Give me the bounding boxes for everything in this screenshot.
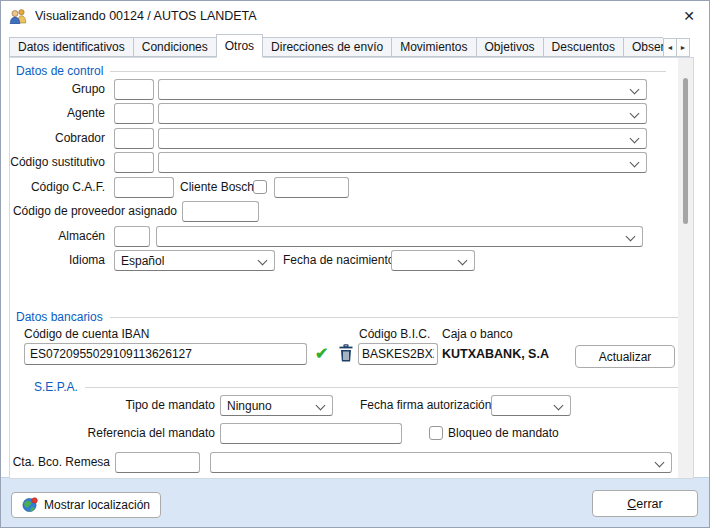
globe-location-icon xyxy=(22,497,38,513)
fecha-firma-combobox[interactable] xyxy=(491,395,571,416)
caja-banco-label: Caja o banco xyxy=(442,324,532,345)
chevron-down-icon xyxy=(458,256,468,266)
group-divider xyxy=(110,71,666,72)
cta-bco-remesa-combobox[interactable] xyxy=(210,452,672,473)
codigo-proveedor-label: Código de proveedor asignado xyxy=(10,201,177,222)
iban-label: Código de cuenta IBAN xyxy=(24,324,204,345)
iban-input[interactable] xyxy=(24,343,307,365)
referencia-mandato-input[interactable] xyxy=(220,423,402,444)
datos-de-control-group-header: Datos de control xyxy=(16,64,666,78)
codigo-caf-label: Código C.A.F. xyxy=(10,177,105,198)
codigo-caf-input[interactable] xyxy=(114,177,174,198)
chevron-down-icon xyxy=(630,158,640,168)
grupo-combobox[interactable] xyxy=(158,79,647,100)
tab-condiciones[interactable]: Condiciones xyxy=(133,37,217,57)
contacts-icon xyxy=(9,8,28,24)
cliente-bosch-code-input[interactable] xyxy=(274,177,349,198)
tab-bar: Datos identificativos Condiciones Otros … xyxy=(9,34,663,58)
almacen-combobox[interactable] xyxy=(156,226,643,247)
agente-code-input[interactable] xyxy=(114,103,154,124)
fecha-firma-label: Fecha firma autorización xyxy=(360,395,488,416)
tab-scroll-left-icon[interactable]: ◄ xyxy=(663,38,677,57)
tab-scroll-right-icon[interactable]: ► xyxy=(676,38,690,57)
idioma-combobox[interactable]: Español xyxy=(114,250,275,271)
group-divider xyxy=(85,387,688,388)
mostrar-localizacion-button[interactable]: Mostrar localización xyxy=(11,492,161,518)
grupo-code-input[interactable] xyxy=(114,79,154,100)
bic-label: Código B.I.C. xyxy=(359,324,449,345)
cobrador-code-input[interactable] xyxy=(114,128,154,149)
cobrador-combobox[interactable] xyxy=(158,128,647,149)
chevron-down-icon xyxy=(630,134,640,144)
vertical-scrollbar[interactable] xyxy=(678,58,693,478)
window-title: Visualizando 00124 / AUTOS LANDETA xyxy=(35,9,257,23)
sepa-title: S.E.P.A. xyxy=(34,380,78,394)
agente-label: Agente xyxy=(10,103,105,124)
codigo-sustitutivo-code-input[interactable] xyxy=(114,152,154,173)
tab-datos-identificativos[interactable]: Datos identificativos xyxy=(9,37,134,57)
bloqueo-mandato-label: Bloqueo de mandato xyxy=(448,423,573,444)
banco-name-value: KUTXABANK, S.A xyxy=(442,347,549,361)
cliente-bosch-checkbox[interactable] xyxy=(253,180,267,194)
chevron-down-icon xyxy=(630,109,640,119)
cta-bco-remesa-input[interactable] xyxy=(115,452,200,473)
grupo-label: Grupo xyxy=(10,79,105,100)
sepa-group-header: S.E.P.A. xyxy=(34,380,688,394)
content-panel: Datos de control Grupo Agente Cobrador C… xyxy=(9,57,694,479)
dialog-window: Visualizando 00124 / AUTOS LANDETA ✕ Dat… xyxy=(0,0,710,528)
chevron-down-icon xyxy=(630,85,640,95)
datos-bancarios-title: Datos bancarios xyxy=(16,310,103,324)
cliente-bosch-label: Cliente Bosch xyxy=(180,177,246,198)
tab-observaciones[interactable]: Observaciones xyxy=(623,37,663,57)
codigo-proveedor-input[interactable] xyxy=(182,201,259,222)
tab-movimientos[interactable]: Movimientos xyxy=(391,37,476,57)
referencia-mandato-label: Referencia del mandato xyxy=(10,423,215,444)
codigo-sustitutivo-label: Código sustitutivo xyxy=(10,152,105,173)
cerrar-label: Cerrar xyxy=(593,497,697,511)
title-bar: Visualizando 00124 / AUTOS LANDETA ✕ xyxy=(1,1,709,31)
fecha-nacimiento-label: Fecha de nacimiento xyxy=(283,250,389,271)
tab-otros[interactable]: Otros xyxy=(216,34,263,58)
chevron-down-icon xyxy=(655,458,665,468)
iban-valid-check-icon: ✔ xyxy=(315,344,328,364)
chevron-down-icon xyxy=(626,232,636,242)
cerrar-button[interactable]: Cerrar xyxy=(592,490,698,517)
tipo-mandato-combobox[interactable]: Ninguno xyxy=(220,395,333,416)
tab-direcciones-envio[interactable]: Direcciones de envío xyxy=(262,37,392,57)
datos-de-control-title: Datos de control xyxy=(16,64,103,78)
delete-iban-trash-icon[interactable] xyxy=(338,344,354,363)
idioma-label: Idioma xyxy=(10,250,105,271)
tipo-mandato-label: Tipo de mandato xyxy=(10,395,215,416)
tab-descuentos[interactable]: Descuentos xyxy=(543,37,624,57)
tab-objetivos[interactable]: Objetivos xyxy=(476,37,544,57)
bic-input[interactable] xyxy=(358,343,438,365)
fecha-nacimiento-combobox[interactable] xyxy=(391,250,475,271)
cobrador-label: Cobrador xyxy=(10,128,105,149)
datos-bancarios-group-header: Datos bancarios xyxy=(16,310,688,324)
chevron-down-icon xyxy=(258,256,268,266)
scrollbar-thumb[interactable] xyxy=(683,78,688,224)
group-divider xyxy=(110,317,688,318)
tab-scroll-buttons: ◄ ► xyxy=(664,38,690,57)
actualizar-button[interactable]: Actualizar xyxy=(575,345,675,368)
chevron-down-icon xyxy=(316,401,326,411)
bloqueo-mandato-checkbox[interactable] xyxy=(429,426,443,440)
agente-combobox[interactable] xyxy=(158,103,647,124)
codigo-sustitutivo-combobox[interactable] xyxy=(158,152,647,173)
mostrar-localizacion-label: Mostrar localización xyxy=(44,498,150,512)
chevron-down-icon xyxy=(554,401,564,411)
almacen-code-input[interactable] xyxy=(114,226,150,247)
close-icon[interactable]: ✕ xyxy=(673,3,705,28)
footer-bar: Mostrar localización Cerrar xyxy=(1,477,709,527)
almacen-label: Almacén xyxy=(10,226,105,247)
cta-bco-remesa-label: Cta. Bco. Remesa xyxy=(10,452,110,473)
